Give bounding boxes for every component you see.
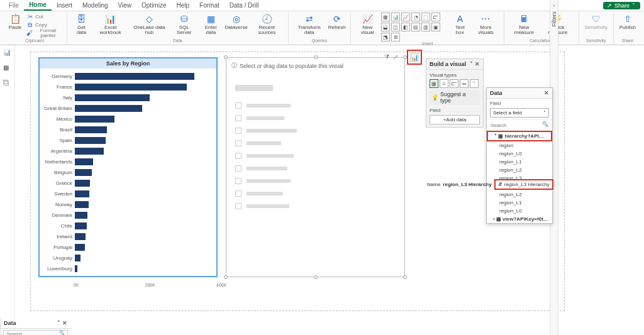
enter-data-button[interactable]: ▦Enter data <box>199 13 223 36</box>
resize-handle[interactable] <box>224 275 228 279</box>
visual-type-line[interactable]: ⫘ <box>460 79 469 88</box>
sql-button[interactable]: ⛁SQL Server <box>170 13 197 36</box>
excel-button[interactable]: 📊Excel workbook <box>93 13 128 36</box>
field-item[interactable]: region <box>487 141 552 150</box>
data-pane-search-input[interactable] <box>3 330 68 335</box>
filters-label: Filters <box>551 11 557 27</box>
bar-row: Luxemburg <box>43 263 213 274</box>
clipboard-icon: 📋 <box>10 14 20 24</box>
hierarchy-tag-highlight[interactable]: ⇵region_L3 Hierarchy <box>494 179 553 190</box>
bar-fill <box>75 233 86 240</box>
field-search-input[interactable] <box>489 121 550 129</box>
visual-gallery-item[interactable]: ◫ <box>391 23 400 31</box>
bar-fill <box>75 116 114 123</box>
field-hierarchy-header[interactable]: ˅ ▦ hierarchy?APIKey=f0tg… <box>487 131 552 141</box>
menu-help[interactable]: Help <box>171 1 194 10</box>
grid-icon: ▦ <box>206 14 216 24</box>
suggest-type-button[interactable]: 💡Suggest a type <box>430 90 480 105</box>
visual-gallery-item[interactable]: ⬔ <box>381 33 390 41</box>
close-icon[interactable]: ✕ <box>475 61 480 67</box>
focus-icon[interactable]: ⤢ <box>393 53 398 61</box>
main-workspace: 📊 ▦ ⿻ Sales by Region GermanyFranceItaly… <box>0 45 644 318</box>
recent-sources-button[interactable]: 🕘Recent sources <box>250 13 284 36</box>
publish-icon: ⇧ <box>623 14 633 24</box>
select-field-dropdown[interactable]: Select a field˄ <box>490 108 549 118</box>
refresh-button[interactable]: ⟳Refresh <box>327 13 347 31</box>
visual-gallery-item[interactable]: ⊞ <box>391 33 400 41</box>
menu-home[interactable]: Home <box>24 0 52 11</box>
table-view-icon[interactable]: ▦ <box>3 64 12 73</box>
on-object-format-button[interactable]: 📊 <box>409 52 419 62</box>
menu-view[interactable]: View <box>113 1 137 10</box>
resize-handle[interactable] <box>403 275 407 279</box>
menu-insert[interactable]: Insert <box>52 1 77 10</box>
new-measure-button[interactable]: 🖩New measure <box>508 13 540 36</box>
menu-file[interactable]: File <box>4 1 24 10</box>
visual-type-bar[interactable]: ≡ <box>440 79 448 88</box>
bar-label: Denmark <box>43 212 75 218</box>
publish-button[interactable]: ⇧Publish <box>618 13 638 31</box>
transform-data-button[interactable]: ⇄Transform data <box>292 13 326 36</box>
get-data-button[interactable]: 🗄Get data <box>71 13 92 36</box>
menu-data-drill[interactable]: Data / Drill <box>225 1 264 10</box>
empty-visual-placeholder[interactable]: Select or drag data to populate this vis… <box>226 57 405 277</box>
bar-row: Ireland <box>43 231 213 242</box>
field-item[interactable]: region_L1 <box>487 158 552 166</box>
resize-handle[interactable] <box>314 55 318 59</box>
data-popup-title: Data <box>490 90 502 96</box>
chevron-down-icon[interactable]: ˅ <box>57 320 60 326</box>
visual-gallery-item[interactable]: ▦ <box>381 13 390 21</box>
sensitivity-button[interactable]: 🛡Sensitivity <box>583 13 609 31</box>
visual-gallery-item[interactable]: ◧ <box>401 23 410 31</box>
visual-gallery-item[interactable]: 📈 <box>401 13 410 21</box>
visual-type-column[interactable]: ⫍ <box>450 79 458 88</box>
visual-type-table[interactable]: ▦ <box>430 79 438 88</box>
chart-body: GermanyFranceItalyGreat BritainMexicoBra… <box>40 69 216 283</box>
bar-label: Luxemburg <box>43 266 75 272</box>
report-view-icon[interactable]: 📊 <box>3 49 12 58</box>
bar-row: Norway <box>43 199 213 210</box>
sales-by-region-chart[interactable]: Sales by Region GermanyFranceItalyGreat … <box>38 57 218 277</box>
visual-gallery-item[interactable]: ⬚ <box>421 13 430 21</box>
field-item[interactable]: region_L0 <box>487 207 552 215</box>
visual-gallery-item[interactable]: 📊 <box>391 13 400 21</box>
filter-icon[interactable]: ⧩ <box>384 53 389 61</box>
resize-handle[interactable] <box>224 55 228 59</box>
more-visuals-button[interactable]: ⋯More visuals <box>472 13 501 36</box>
visual-gallery-item[interactable]: ◔ <box>411 13 420 21</box>
field-item[interactable]: region_L0 <box>487 150 552 158</box>
copy-icon: ⧉ <box>26 21 33 28</box>
field-item[interactable]: region_L2 <box>487 166 552 174</box>
dataverse-button[interactable]: ◎Dataverse <box>225 13 248 31</box>
format-painter-button[interactable]: 🖌Format painter <box>25 29 63 37</box>
add-data-button[interactable]: +Add data <box>430 115 480 124</box>
visual-gallery-item[interactable]: ▥ <box>421 23 430 31</box>
model-view-icon[interactable]: ⿻ <box>3 79 12 88</box>
build-pane-title: Build a visual <box>430 61 466 67</box>
field-item[interactable]: region_L2 <box>487 190 552 199</box>
cut-button[interactable]: ✂Cut <box>25 13 63 21</box>
close-icon[interactable]: ✕ <box>544 90 549 96</box>
text-box-button[interactable]: AText box <box>450 13 470 36</box>
visual-gallery-item[interactable]: ⬓ <box>381 23 390 31</box>
visual-gallery-item[interactable]: ⫍ <box>431 13 440 21</box>
menu-modeling[interactable]: Modeling <box>77 1 113 10</box>
field-view-header[interactable]: › ▦ view?APIKey=f0tgXEdx… <box>487 215 552 223</box>
bar-fill <box>75 158 93 165</box>
chevron-down-icon[interactable]: ˅ <box>470 61 473 67</box>
menu-format[interactable]: Format <box>194 1 225 10</box>
menu-optimize[interactable]: Optimize <box>136 1 171 10</box>
visual-gallery-item[interactable]: ▣ <box>431 23 440 31</box>
resize-handle[interactable] <box>314 275 318 279</box>
close-icon[interactable]: ✕ <box>62 320 67 326</box>
visual-type-more[interactable]: ˅ <box>470 79 479 88</box>
visual-types-label: Visual types <box>430 72 480 78</box>
visual-gallery-item[interactable]: ▤ <box>411 23 420 31</box>
new-visual-button[interactable]: 📈New visual <box>355 13 380 36</box>
field-item[interactable]: region_L1 <box>487 199 552 207</box>
paste-button[interactable]: 📋Paste <box>6 13 24 31</box>
onelake-button[interactable]: ◇OneLake data hub <box>129 13 169 36</box>
bar-row: Sweden <box>43 189 213 199</box>
bar-label: Chile <box>43 223 75 229</box>
share-button[interactable]: Share ˅ <box>603 2 640 9</box>
